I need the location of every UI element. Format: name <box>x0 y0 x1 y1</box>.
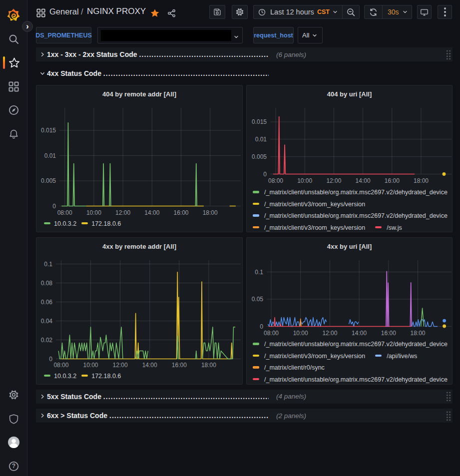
svg-text:14:00: 14:00 <box>144 209 159 216</box>
svg-text:10:00: 10:00 <box>86 209 101 216</box>
svg-text:0.1: 0.1 <box>44 260 52 267</box>
svg-text:0.1: 0.1 <box>255 268 263 275</box>
svg-text:12:00: 12:00 <box>326 177 341 184</box>
svg-text:16:00: 16:00 <box>385 177 400 184</box>
svg-text:10:00: 10:00 <box>297 177 312 184</box>
svg-text:16:00: 16:00 <box>173 209 188 216</box>
svg-text:14:00: 14:00 <box>356 177 371 184</box>
svg-text:14:00: 14:00 <box>352 329 367 336</box>
svg-text:08:00: 08:00 <box>264 329 279 336</box>
svg-text:16:00: 16:00 <box>381 329 396 336</box>
svg-text:0.01: 0.01 <box>255 136 267 143</box>
svg-text:18:00: 18:00 <box>410 329 425 336</box>
svg-text:18:00: 18:00 <box>414 177 429 184</box>
svg-text:0.005: 0.005 <box>252 153 267 160</box>
svg-text:0.06: 0.06 <box>41 298 53 305</box>
svg-text:10:00: 10:00 <box>293 329 308 336</box>
svg-text:08:00: 08:00 <box>53 361 68 368</box>
svg-text:0.02: 0.02 <box>41 336 53 343</box>
svg-text:18:00: 18:00 <box>201 361 216 368</box>
svg-text:0.04: 0.04 <box>41 317 53 324</box>
svg-text:08:00: 08:00 <box>268 177 283 184</box>
svg-text:14:00: 14:00 <box>142 361 157 368</box>
svg-text:12:00: 12:00 <box>115 209 130 216</box>
svg-text:12:00: 12:00 <box>322 329 337 336</box>
svg-text:18:00: 18:00 <box>203 209 218 216</box>
svg-text:16:00: 16:00 <box>172 361 187 368</box>
svg-text:0.015: 0.015 <box>41 127 56 134</box>
svg-text:08:00: 08:00 <box>57 209 72 216</box>
svg-text:0.01: 0.01 <box>44 152 56 159</box>
svg-text:0: 0 <box>260 323 263 330</box>
svg-text:12:00: 12:00 <box>113 361 128 368</box>
svg-text:0: 0 <box>49 355 52 362</box>
svg-text:0: 0 <box>263 171 267 178</box>
svg-text:0.005: 0.005 <box>41 177 56 184</box>
svg-text:0.05: 0.05 <box>252 296 264 303</box>
svg-text:0.08: 0.08 <box>41 279 53 286</box>
svg-text:0: 0 <box>52 203 56 210</box>
svg-text:10:00: 10:00 <box>83 361 98 368</box>
svg-text:0.015: 0.015 <box>252 118 267 125</box>
